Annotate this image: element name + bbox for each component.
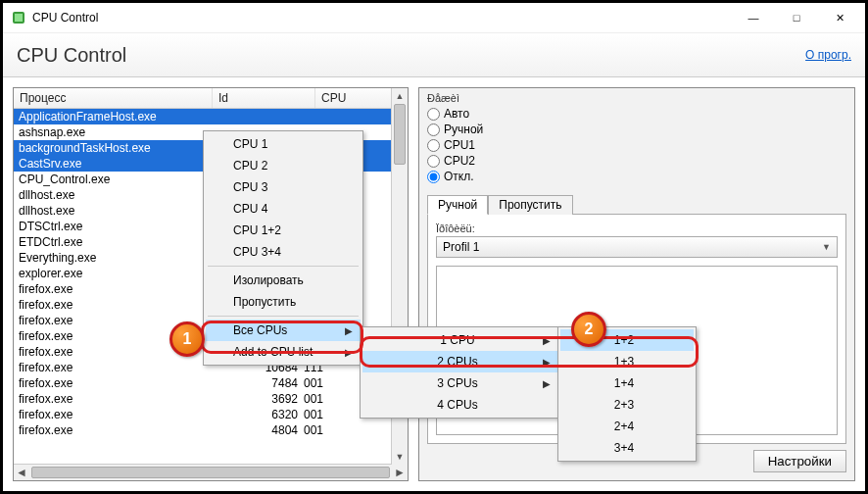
- horizontal-scrollbar[interactable]: ◄ ►: [14, 464, 408, 480]
- app-icon: [11, 10, 26, 25]
- cell-process: ApplicationFrameHost.exe: [15, 110, 210, 124]
- profile-value: Profil 1: [443, 240, 479, 254]
- chevron-right-icon: ▶: [345, 347, 353, 358]
- scroll-right-icon[interactable]: ►: [392, 466, 408, 479]
- menu-cpu1[interactable]: CPU 1: [206, 133, 361, 155]
- menu-add-to-list[interactable]: Add to CPU list ▶: [206, 341, 361, 363]
- cell-process: ashsnap.exe: [15, 125, 210, 139]
- cell-process: firefox.exe: [15, 392, 210, 406]
- annotation-badge-2: 2: [571, 312, 606, 347]
- cell-process: CastSrv.exe: [15, 157, 210, 171]
- menu-all-cpus[interactable]: Все CPUs ▶: [206, 320, 361, 341]
- scroll-left-icon[interactable]: ◄: [14, 466, 29, 479]
- submenu-cpu-count: 1 CPU▶ 2 CPUs▶ 3 CPUs▶ 4 CPUs: [360, 326, 561, 419]
- submenu-1cpu[interactable]: 1 CPU▶: [362, 329, 558, 351]
- scroll-up-icon[interactable]: ▲: [396, 88, 405, 104]
- table-header: Процесс Id CPU: [14, 88, 408, 109]
- menu-isolate[interactable]: Изолировать: [206, 270, 361, 291]
- radio-cpu2[interactable]: CPU2: [427, 153, 846, 169]
- radio-manual[interactable]: Ручной: [427, 122, 846, 137]
- cell-process: explorer.exe: [15, 267, 210, 280]
- menu-cpu12[interactable]: CPU 1+2: [206, 220, 361, 241]
- mode-group-label: Đåæèì: [427, 92, 846, 104]
- header-title: CPU Control: [17, 44, 805, 67]
- minimize-button[interactable]: —: [732, 4, 775, 31]
- chevron-right-icon: ▶: [543, 335, 551, 346]
- submenu-cpu-pairs: 1+2 1+3 1+4 2+3 2+4 3+4: [557, 326, 697, 462]
- chevron-right-icon: ▶: [543, 378, 551, 389]
- radio-off[interactable]: Откл.: [427, 169, 846, 184]
- cell-process: firefox.exe: [15, 376, 210, 390]
- body: Процесс Id CPU ApplicationFrameHost.exea…: [3, 77, 865, 491]
- titlebar: CPU Control — □ ✕: [3, 3, 865, 33]
- table-row[interactable]: firefox.exe7484001: [14, 375, 408, 391]
- menu-cpu3[interactable]: CPU 3: [206, 176, 361, 198]
- menu-separator: [208, 266, 359, 267]
- tab-skip[interactable]: Пропустить: [488, 195, 572, 215]
- tab-manual[interactable]: Ручной: [427, 195, 488, 215]
- cell-process: backgroundTaskHost.exe: [15, 141, 210, 155]
- radio-auto[interactable]: Авто: [427, 106, 846, 122]
- scroll-thumb[interactable]: [394, 104, 406, 165]
- window-title: CPU Control: [32, 11, 98, 25]
- table-row[interactable]: firefox.exe3692001: [14, 391, 408, 407]
- cell-process: dllhost.exe: [15, 204, 210, 218]
- cell-process: firefox.exe: [15, 361, 210, 374]
- cell-process: CPU_Control.exe: [15, 173, 210, 186]
- cell-process: ETDCtrl.exe: [15, 235, 210, 249]
- cell-process: Everything.exe: [15, 251, 210, 265]
- menu-separator: [208, 316, 359, 317]
- menu-cpu34[interactable]: CPU 3+4: [206, 241, 361, 263]
- cell-process: firefox.exe: [15, 298, 210, 312]
- col-id[interactable]: Id: [213, 88, 315, 108]
- scroll-down-icon[interactable]: ▼: [396, 449, 405, 465]
- pair-1-3[interactable]: 1+3: [560, 351, 694, 372]
- cell-id: 4804: [210, 423, 304, 437]
- maximize-button[interactable]: □: [775, 4, 818, 31]
- app-window: CPU Control — □ ✕ CPU Control О прогр. П…: [0, 0, 868, 494]
- table-row[interactable]: firefox.exe6320001: [14, 407, 408, 422]
- close-button[interactable]: ✕: [818, 4, 861, 31]
- profile-select[interactable]: Profil 1 ▼: [436, 236, 838, 258]
- table-row[interactable]: firefox.exe4804001: [14, 422, 408, 438]
- col-process[interactable]: Процесс: [14, 88, 213, 108]
- radio-cpu1[interactable]: CPU1: [427, 137, 846, 153]
- cell-process: DTSCtrl.exe: [15, 220, 210, 233]
- submenu-4cpus[interactable]: 4 CPUs: [362, 394, 558, 416]
- menu-cpu4[interactable]: CPU 4: [206, 198, 361, 220]
- cell-id: 7484: [210, 376, 304, 390]
- pair-2-3[interactable]: 2+3: [560, 394, 694, 416]
- submenu-3cpus[interactable]: 3 CPUs▶: [362, 372, 558, 394]
- menu-skip[interactable]: Пропустить: [206, 291, 361, 313]
- hscroll-thumb[interactable]: [31, 467, 390, 478]
- pair-3-4[interactable]: 3+4: [560, 437, 694, 459]
- about-link[interactable]: О прогр.: [805, 48, 851, 62]
- table-row[interactable]: ApplicationFrameHost.exe: [14, 109, 408, 124]
- settings-button[interactable]: Настройки: [753, 450, 846, 472]
- pair-1-4[interactable]: 1+4: [560, 372, 694, 394]
- chevron-right-icon: ▶: [345, 325, 353, 336]
- annotation-badge-1: 1: [169, 321, 205, 357]
- svg-rect-1: [15, 14, 23, 22]
- chevron-right-icon: ▶: [543, 357, 551, 368]
- profile-label: Ïðîôèëü:: [436, 222, 838, 234]
- header: CPU Control О прогр.: [3, 33, 865, 77]
- cell-process: firefox.exe: [15, 408, 210, 421]
- tabs: Ручной Пропустить: [427, 194, 846, 214]
- cell-id: 6320: [210, 408, 304, 421]
- pair-2-4[interactable]: 2+4: [560, 416, 694, 437]
- submenu-2cpus[interactable]: 2 CPUs▶: [362, 351, 558, 372]
- cell-process: firefox.exe: [15, 423, 210, 437]
- cell-id: 3692: [210, 392, 304, 406]
- cell-process: firefox.exe: [15, 282, 210, 296]
- cell-process: dllhost.exe: [15, 188, 210, 202]
- context-menu: CPU 1 CPU 2 CPU 3 CPU 4 CPU 1+2 CPU 3+4 …: [203, 130, 363, 366]
- chevron-down-icon: ▼: [822, 242, 831, 252]
- menu-cpu2[interactable]: CPU 2: [206, 155, 361, 176]
